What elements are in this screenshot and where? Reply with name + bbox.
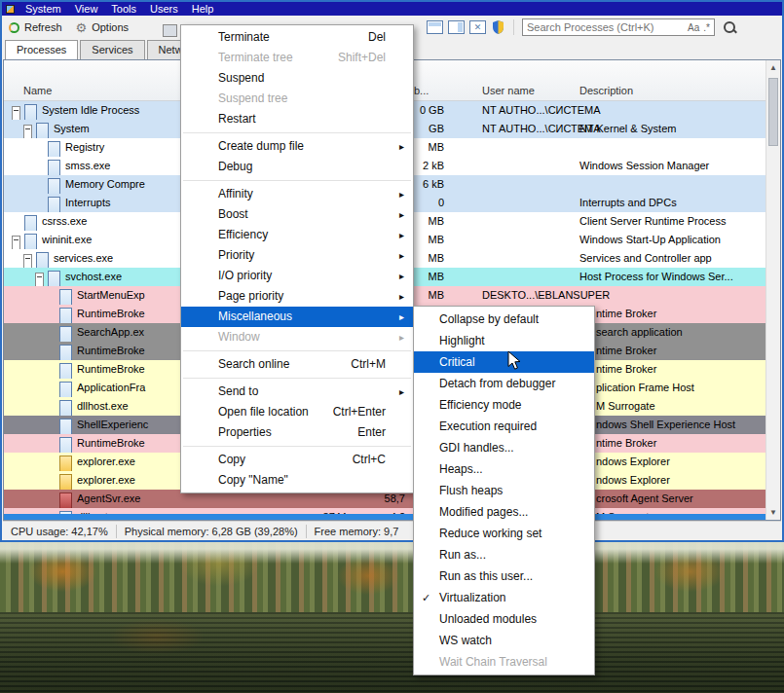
menu-item-collapse-by-default[interactable]: Collapse by default — [414, 309, 594, 330]
partially-visible-selected-row[interactable] — [4, 514, 765, 520]
menu-item-efficiency[interactable]: Efficiency▸ — [181, 225, 413, 245]
physical-memory-status: Physical memory: 6,28 GB (39,28%) — [117, 526, 306, 537]
scrollbar-thumb[interactable] — [768, 78, 778, 146]
menu-item-create-dump-file[interactable]: Create dump file▸ — [181, 136, 413, 157]
menu-item-detach-from-debugger[interactable]: Detach from debugger — [414, 373, 594, 394]
desktop-screen: SystemViewToolsUsersHelp Refresh ⚙ Optio… — [0, 0, 784, 693]
menu-item-heaps[interactable]: Heaps... — [414, 458, 594, 480]
description-value: Services and Controller app — [579, 249, 712, 268]
menu-item-restart[interactable]: Restart — [181, 109, 413, 129]
menu-item-label: Run as... — [439, 548, 486, 562]
column-header-user-name[interactable]: User name — [482, 85, 535, 96]
menubar-item-tools[interactable]: Tools — [104, 2, 143, 16]
menu-item-label: Reduce working set — [439, 527, 541, 540]
tab-processes[interactable]: Processes — [5, 40, 78, 59]
process-name: RuntimeBroke — [77, 434, 145, 453]
scroll-down-icon[interactable]: ▼ — [766, 505, 780, 520]
menu-item-label: Execution required — [439, 419, 537, 433]
description-value: M Surrogate — [596, 397, 655, 416]
menu-item-flush-heaps[interactable]: Flush heaps — [414, 480, 594, 501]
menu-item-run-as-this-user[interactable]: Run as this user... — [414, 565, 594, 587]
app-icon — [6, 5, 15, 14]
menu-item-unloaded-modules[interactable]: Unloaded modules — [414, 608, 594, 630]
close-pane-icon[interactable] — [469, 20, 486, 34]
tab-services[interactable]: Services — [80, 40, 144, 59]
menu-item-search-online[interactable]: Search onlineCtrl+M — [181, 354, 413, 375]
menubar-item-help[interactable]: Help — [185, 2, 221, 16]
wallpaper-water-reflection — [0, 612, 784, 693]
column-header-description[interactable]: Description — [579, 85, 633, 96]
sidebar-toggle-icon[interactable] — [448, 20, 465, 34]
description-value: search application — [596, 323, 683, 342]
process-name: services.exe — [54, 249, 113, 268]
menu-item-label: Run as this user... — [439, 569, 533, 583]
menu-item-i-o-priority[interactable]: I/O priority▸ — [181, 266, 413, 286]
menu-item-modified-pages[interactable]: Modified pages... — [414, 501, 594, 523]
menu-item-affinity[interactable]: Affinity▸ — [181, 184, 413, 204]
refresh-button[interactable]: Refresh — [2, 17, 69, 38]
menu-item-label: Terminate — [218, 30, 270, 44]
menu-item-terminate[interactable]: TerminateDel — [181, 27, 413, 48]
vertical-scrollbar[interactable]: ▲ ▼ — [765, 60, 780, 520]
menu-item-virtualization[interactable]: Virtualization✓ — [414, 587, 594, 608]
menu-item-miscellaneous[interactable]: Miscellaneous▸ — [181, 307, 413, 327]
process-name: csrss.exe — [42, 212, 87, 231]
status-bar: CPU usage: 42,17% Physical memory: 6,28 … — [3, 521, 781, 540]
process-name: explorer.exe — [77, 471, 135, 490]
submenu-arrow-icon: ▸ — [399, 307, 404, 327]
mouse-cursor — [507, 350, 522, 371]
menu-item-priority[interactable]: Priority▸ — [181, 245, 413, 266]
menu-item-label: Page priority — [218, 289, 283, 303]
column-header-private-bytes[interactable]: b... — [414, 85, 429, 96]
process-name: System Idle Process — [42, 101, 139, 120]
menu-item-label: Collapse by default — [439, 312, 539, 326]
submenu-arrow-icon: ▸ — [399, 204, 404, 225]
menu-item-send-to[interactable]: Send to▸ — [181, 382, 413, 402]
process-name: RuntimeBroke — [77, 305, 145, 323]
menu-item-critical[interactable]: Critical — [414, 351, 594, 373]
regex-toggle[interactable]: .* — [703, 22, 710, 33]
process-name: Registry — [65, 138, 104, 157]
menu-item-boost[interactable]: Boost▸ — [181, 204, 413, 225]
menu-item-copy[interactable]: CopyCtrl+C — [181, 450, 413, 470]
pane-toggle-icon[interactable] — [427, 20, 443, 34]
menu-separator — [183, 180, 411, 181]
menu-item-label: Heaps... — [439, 462, 483, 476]
menu-item-label: Properties — [218, 425, 272, 439]
uac-shield-icon[interactable] — [491, 19, 505, 35]
description-value: ndows Shell Experience Host — [596, 416, 735, 434]
menubar-item-users[interactable]: Users — [143, 2, 185, 16]
description-value: crosoft Agent Server — [596, 490, 693, 508]
menu-item-suspend[interactable]: Suspend — [181, 68, 413, 89]
menu-item-copy-name[interactable]: Copy "Name" — [181, 470, 413, 491]
match-case-toggle[interactable]: Aa — [688, 22, 699, 33]
menu-item-ws-watch[interactable]: WS watch — [414, 630, 594, 651]
menu-item-efficiency-mode[interactable]: Efficiency mode — [414, 394, 594, 416]
menu-item-label: Suspend — [218, 71, 264, 85]
scroll-up-icon[interactable]: ▲ — [766, 60, 780, 75]
refresh-icon — [9, 22, 19, 33]
menu-item-label: Wait Chain Traversal — [439, 655, 547, 669]
menu-item-label: Highlight — [439, 334, 485, 347]
menu-item-execution-required[interactable]: Execution required — [414, 416, 594, 437]
menu-item-gdi-handles[interactable]: GDI handles... — [414, 437, 594, 458]
menu-item-label: Debug — [218, 160, 252, 173]
menu-shortcut: Ctrl+Enter — [333, 402, 386, 422]
search-input[interactable] — [527, 21, 684, 33]
menubar-item-view[interactable]: View — [68, 2, 105, 16]
search-box: Aa .* — [522, 18, 715, 36]
menu-item-label: Efficiency — [218, 228, 268, 241]
column-header-name[interactable]: Name — [23, 85, 52, 96]
search-icon[interactable] — [723, 20, 737, 35]
options-button[interactable]: ⚙ Options — [69, 17, 136, 38]
menu-item-debug[interactable]: Debug — [181, 157, 413, 177]
menu-item-page-priority[interactable]: Page priority▸ — [181, 286, 413, 307]
menu-item-reduce-working-set[interactable]: Reduce working set — [414, 523, 594, 544]
menu-item-open-file-location[interactable]: Open file locationCtrl+Enter — [181, 402, 413, 422]
menu-item-run-as[interactable]: Run as... — [414, 544, 594, 565]
menu-shortcut: Del — [368, 27, 386, 48]
menu-item-properties[interactable]: PropertiesEnter — [181, 422, 413, 443]
menubar-item-system[interactable]: System — [19, 2, 68, 16]
menu-item-highlight[interactable]: Highlight — [414, 330, 594, 351]
desktop-wallpaper — [0, 542, 784, 693]
